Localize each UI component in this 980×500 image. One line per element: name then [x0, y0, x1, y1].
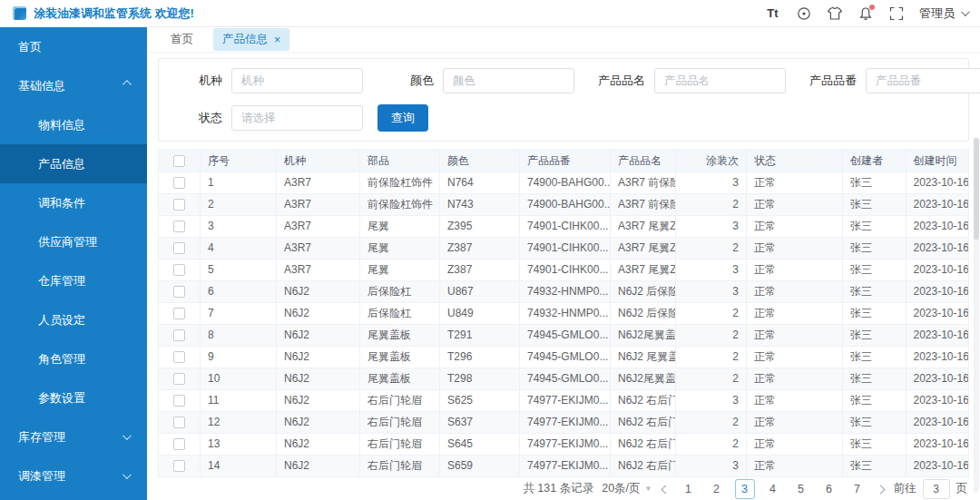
color-input[interactable]	[443, 68, 574, 93]
sidebar-item-basic-info[interactable]: 基础信息	[0, 66, 147, 105]
row-checkbox[interactable]	[173, 308, 185, 319]
row-checkbox[interactable]	[173, 286, 185, 298]
cell-status: 正常	[747, 434, 843, 456]
page-size-select[interactable]: 20条/页▼	[602, 481, 652, 496]
cell-part: 后保险杠	[360, 281, 440, 303]
cell-coats: 2	[676, 325, 747, 347]
fullscreen-icon[interactable]	[888, 5, 904, 21]
scrollbar-thumb[interactable]	[974, 138, 979, 240]
row-checkbox[interactable]	[173, 242, 185, 254]
tab-bar: 首页产品信息×	[147, 27, 980, 53]
cell-part: 尾翼	[360, 216, 440, 238]
page-6[interactable]: 6	[819, 479, 839, 499]
column-header: 颜色	[440, 150, 520, 172]
row-checkbox[interactable]	[173, 199, 185, 211]
sidebar-item-supplier-mgmt[interactable]: 供应商管理	[0, 222, 147, 261]
row-checkbox[interactable]	[173, 177, 185, 189]
cell-model: N6J2	[277, 325, 360, 347]
sidebar-item-material-info[interactable]: 物料信息	[0, 105, 147, 144]
theme-shirt-icon[interactable]	[827, 5, 842, 21]
close-icon[interactable]: ×	[274, 34, 280, 45]
row-checkbox[interactable]	[173, 395, 185, 407]
tab-home[interactable]: 首页	[162, 28, 202, 51]
font-size-icon[interactable]: Tt	[765, 5, 780, 21]
cell-no: 2	[201, 194, 277, 216]
cell-part_no: 74901-CIHK00...	[520, 238, 611, 260]
row-checkbox-cell	[159, 456, 201, 477]
sidebar-item-product-info[interactable]: 产品信息	[0, 144, 147, 183]
vertical-scrollbar[interactable]	[974, 138, 979, 493]
row-checkbox[interactable]	[173, 438, 185, 450]
cell-creator: 张三	[843, 456, 906, 477]
bell-icon[interactable]	[858, 5, 873, 21]
page-1[interactable]: 1	[679, 479, 699, 499]
sidebar-item-inventory-mgmt[interactable]: 库存管理	[0, 417, 147, 456]
sidebar-item-paint-mgmt[interactable]: 调漆管理	[0, 456, 147, 495]
cell-creator: 张三	[843, 347, 906, 368]
sidebar-item-label: 调和条件	[38, 195, 85, 211]
prev-page-button[interactable]	[661, 483, 671, 495]
cell-model: A3R7	[277, 260, 360, 281]
product-no-input[interactable]	[866, 68, 980, 93]
cell-coats: 3	[676, 390, 747, 412]
cell-part_no: 74900-BAHG00...	[520, 194, 611, 216]
cell-name: N6J2 尾翼盖板...	[611, 347, 676, 368]
cell-created: 2023-10-16 00:...	[906, 368, 969, 390]
row-checkbox-cell	[159, 434, 201, 456]
sidebar-item-param-settings[interactable]: 参数设置	[0, 378, 147, 417]
cell-part_no: 74945-GMLO0...	[520, 368, 611, 390]
page-2[interactable]: 2	[707, 479, 727, 499]
cell-part: 右后门轮眉	[360, 412, 440, 434]
row-checkbox[interactable]	[173, 460, 185, 472]
product-name-input[interactable]	[654, 68, 786, 93]
row-checkbox[interactable]	[173, 221, 185, 232]
sidebar-item-home[interactable]: 首页	[0, 27, 147, 66]
sidebar-item-personnel-settings[interactable]: 人员设定	[0, 300, 147, 339]
cell-model: A3R7	[277, 194, 360, 216]
select-all-checkbox[interactable]	[173, 155, 185, 167]
user-menu[interactable]: 管理员	[919, 5, 967, 22]
cell-created: 2023-10-16 00:...	[906, 412, 969, 434]
page-5[interactable]: 5	[791, 479, 811, 499]
sidebar-item-role-mgmt[interactable]: 角色管理	[0, 339, 147, 378]
cell-color: Z387	[440, 260, 520, 281]
table-row: 2A3R7前保险杠饰件N74374900-BAHG00...A3R7 前保险杠.…	[159, 194, 969, 216]
row-checkbox[interactable]	[173, 373, 185, 385]
target-icon[interactable]	[796, 5, 811, 21]
cell-model: N6J2	[277, 434, 360, 456]
search-form: 机种颜色产品品名产品品番 状态 查询	[158, 58, 969, 142]
cell-color: Z387	[440, 238, 520, 260]
next-page-button[interactable]	[876, 483, 886, 495]
page-3[interactable]: 3	[735, 479, 755, 499]
cell-model: A3R7	[277, 172, 360, 194]
page-4[interactable]: 4	[763, 479, 783, 499]
cell-status: 正常	[747, 238, 843, 260]
app-title: 涂装油漆调和监管系统 欢迎您!	[34, 5, 194, 22]
cell-name: N6J2 右后门轮...	[611, 456, 676, 477]
cell-color: S637	[440, 412, 520, 434]
cell-status: 正常	[747, 412, 843, 434]
cell-color: T291	[440, 325, 520, 347]
status-input[interactable]	[231, 105, 363, 131]
row-checkbox[interactable]	[173, 351, 185, 363]
cell-part: 右后门轮眉	[360, 434, 440, 456]
model-input[interactable]	[231, 68, 363, 93]
row-checkbox-cell	[159, 238, 201, 260]
cell-coats: 3	[676, 281, 747, 303]
cell-model: N6J2	[277, 456, 360, 477]
cell-name: N6J2 后保险杠...	[611, 303, 676, 325]
cell-creator: 张三	[843, 325, 906, 347]
sidebar-item-blend-condition[interactable]: 调和条件	[0, 183, 147, 222]
sidebar-item-warehouse-mgmt[interactable]: 仓库管理	[0, 261, 147, 300]
cell-name: N6J2 右后门轮...	[611, 412, 676, 434]
query-button[interactable]: 查询	[377, 104, 428, 132]
tab-product-info[interactable]: 产品信息×	[213, 28, 289, 51]
goto-page-input[interactable]	[923, 479, 950, 499]
cell-creator: 张三	[843, 434, 906, 456]
page-7[interactable]: 7	[848, 479, 867, 499]
row-checkbox[interactable]	[173, 417, 185, 428]
row-checkbox[interactable]	[173, 329, 185, 341]
row-checkbox[interactable]	[173, 264, 185, 276]
search-row-1: 机种颜色产品品名产品品番	[166, 68, 961, 93]
cell-coats: 3	[676, 172, 747, 194]
